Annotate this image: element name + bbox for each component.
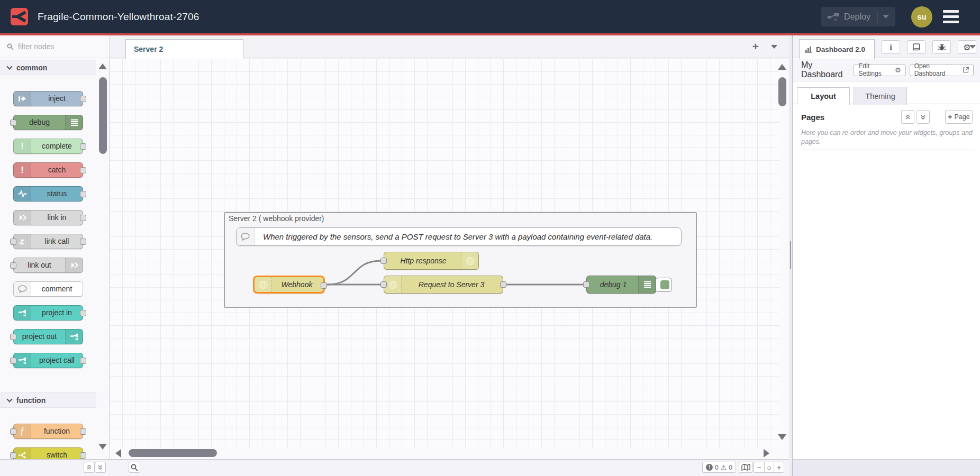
output-port[interactable] — [80, 96, 86, 102]
output-port[interactable] — [80, 428, 86, 435]
exclamation-icon: ! — [14, 139, 31, 153]
palette-node-inject[interactable]: inject — [13, 91, 83, 106]
expand-palette-categories-button[interactable] — [95, 462, 106, 473]
user-avatar[interactable]: su — [911, 6, 932, 28]
inject-arrow-icon — [14, 91, 31, 106]
open-dashboard-button[interactable]: Open Dashboard — [910, 64, 974, 76]
tab-dashboard-2-0[interactable]: Dashboard 2.0 — [799, 39, 875, 59]
chevron-down-icon — [6, 63, 12, 69]
notifications-status[interactable]: ! 0 ⚠ 0 — [702, 462, 736, 473]
input-port[interactable] — [10, 452, 16, 459]
input-port[interactable] — [10, 358, 16, 364]
move-page-up-button[interactable] — [901, 110, 914, 124]
tab-server-2[interactable]: Server 2 — [125, 39, 243, 59]
input-port[interactable] — [380, 281, 387, 288]
palette-node-label: status — [31, 187, 83, 201]
map-icon — [741, 464, 750, 471]
palette-scrollbar-thumb[interactable] — [99, 77, 107, 154]
canvas-scroll-left-arrow[interactable] — [115, 449, 121, 457]
external-link-icon — [963, 67, 969, 73]
palette-node-catch[interactable]: !catch — [13, 162, 83, 178]
output-port[interactable] — [80, 191, 86, 197]
input-port[interactable] — [10, 262, 16, 269]
palette-node-link-in[interactable]: link in — [13, 210, 83, 225]
toggle-navigator-button[interactable] — [739, 462, 753, 473]
bar-chart-icon — [804, 45, 812, 53]
link-arrow-icon — [14, 210, 31, 225]
flow-node-request[interactable]: Request to Server 3 — [384, 276, 503, 294]
palette-node-switch[interactable]: switch — [13, 447, 83, 459]
canvas-scroll-right-arrow[interactable] — [764, 449, 769, 457]
flow-node-webhook[interactable]: Webhook — [253, 276, 325, 294]
palette-node-function[interactable]: ƒfunction — [13, 424, 83, 439]
editor-footer: ! 0 ⚠ 0 − ○ + — [0, 459, 789, 476]
palette-scroll-up-arrow[interactable] — [98, 63, 107, 69]
output-port[interactable] — [321, 282, 327, 289]
palette-node-link-call[interactable]: link call — [13, 234, 83, 249]
search-flows-button[interactable] — [129, 462, 140, 473]
main-menu-button[interactable] — [943, 10, 959, 23]
zoom-out-button[interactable]: − — [754, 462, 764, 473]
palette-node-label: project out — [14, 329, 65, 344]
palette-node-label: catch — [31, 163, 83, 177]
sidebar-tabs-chevron-icon[interactable] — [969, 45, 976, 49]
output-port[interactable] — [80, 167, 86, 173]
output-port[interactable] — [500, 281, 506, 288]
palette-category-common[interactable]: common — [0, 60, 96, 75]
palette-node-debug[interactable]: debug — [13, 115, 83, 130]
palette-node-label: comment — [31, 282, 83, 296]
output-port[interactable] — [80, 310, 86, 316]
output-port[interactable] — [80, 239, 86, 245]
add-flow-button[interactable]: + — [752, 41, 759, 52]
deploy-options-chevron-icon[interactable] — [883, 15, 889, 19]
dashboard-subtabs: Layout Theming — [793, 82, 980, 104]
input-port[interactable] — [10, 334, 16, 340]
deploy-button[interactable]: Deploy — [821, 7, 895, 26]
flow-list-chevron-icon[interactable] — [771, 45, 777, 49]
palette-node-project-in[interactable]: project in — [13, 305, 83, 321]
canvas-hscrollbar-thumb[interactable] — [129, 449, 217, 457]
canvas-scroll-up-arrow[interactable] — [778, 64, 786, 70]
palette-filter-input[interactable] — [18, 42, 97, 51]
flow-canvas[interactable]: Server 2 ( webhook provider) When trigge… — [110, 59, 789, 447]
flow-node-label: Request to Server 3 — [402, 276, 501, 293]
debug-enable-toggle[interactable] — [655, 278, 672, 292]
flow-node-http-response[interactable]: Http response — [384, 252, 479, 270]
debug-list-icon — [638, 276, 656, 293]
palette-scroll-down-arrow[interactable] — [98, 444, 107, 450]
zoom-in-button[interactable]: + — [774, 462, 784, 473]
palette-scroll-area: commoninjectdebug!complete!catchstatusli… — [0, 59, 96, 459]
palette-node-status[interactable]: status — [13, 186, 83, 202]
canvas-vscrollbar-thumb[interactable] — [778, 77, 786, 106]
edit-settings-button[interactable]: Edit Settings ⚙ — [854, 64, 905, 76]
input-port[interactable] — [10, 120, 16, 126]
palette-node-project-call[interactable]: project call — [13, 353, 83, 368]
output-port[interactable] — [80, 358, 86, 364]
info-tab-button[interactable]: i — [882, 40, 900, 54]
palette-node-label: switch — [31, 448, 83, 459]
add-page-button[interactable]: + Page — [945, 110, 973, 124]
output-port[interactable] — [80, 215, 86, 221]
output-port[interactable] — [80, 452, 86, 459]
canvas-scroll-down-arrow[interactable] — [778, 434, 786, 440]
zoom-reset-button[interactable]: ○ — [764, 462, 774, 473]
palette-node-project-out[interactable]: project out — [13, 329, 83, 344]
palette-node-link-out[interactable]: link out — [13, 258, 83, 273]
move-page-down-button[interactable] — [917, 110, 930, 124]
palette-node-comment[interactable]: comment — [13, 281, 83, 297]
flow-node-debug1[interactable]: debug 1 — [586, 276, 656, 294]
input-port[interactable] — [380, 258, 387, 264]
palette-node-complete[interactable]: !complete — [13, 139, 83, 154]
tab-layout[interactable]: Layout — [797, 87, 850, 105]
collapse-palette-categories-button[interactable] — [84, 462, 95, 473]
input-port[interactable] — [583, 281, 589, 288]
double-chevron-down-icon — [97, 464, 103, 470]
input-port[interactable] — [10, 239, 16, 245]
debug-tab-button[interactable] — [932, 40, 951, 54]
tab-theming[interactable]: Theming — [854, 87, 907, 105]
output-port[interactable] — [80, 143, 86, 150]
pages-section-title: Pages — [801, 113, 824, 122]
input-port[interactable] — [10, 428, 16, 435]
help-tab-button[interactable] — [907, 40, 925, 54]
palette-category-function[interactable]: function — [0, 392, 96, 408]
